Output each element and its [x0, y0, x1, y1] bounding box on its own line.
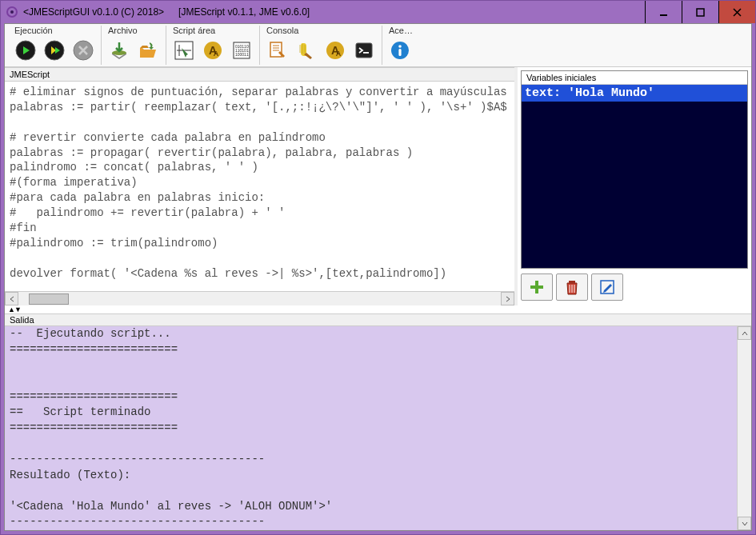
toolgroup-label: Archivo [106, 26, 161, 37]
toolgroup-ejecucion: Ejecución [8, 26, 102, 65]
toolgroup-archivo: Archivo [102, 26, 166, 65]
toolgroup-acerca: Ace… [382, 26, 418, 65]
app-icon [6, 6, 18, 18]
toolgroup-label: Consola [265, 26, 377, 37]
svg-text:A: A [214, 50, 219, 58]
about-button[interactable] [387, 38, 413, 63]
script-editor[interactable] [5, 82, 514, 291]
variables-pane-title: Variables iniciales [522, 71, 747, 85]
add-variable-button[interactable] [521, 273, 553, 301]
svg-rect-24 [398, 49, 401, 56]
clear-output-button[interactable] [294, 38, 319, 63]
svg-rect-27 [569, 281, 575, 283]
window-title-1: <JMEScriptGUI v0.1.0 (C) 2018> [23, 6, 164, 18]
main-window: <JMEScriptGUI v0.1.0 (C) 2018> [JMEScrip… [0, 0, 756, 535]
maximize-button[interactable] [682, 1, 718, 23]
stop-button[interactable] [70, 38, 96, 63]
save-button[interactable] [106, 38, 132, 63]
svg-text:A: A [336, 50, 342, 58]
toolgroup-label: Script área [171, 26, 254, 37]
svg-rect-16 [270, 42, 282, 57]
svg-rect-26 [530, 285, 543, 289]
svg-rect-3 [697, 9, 704, 16]
output-vscroll[interactable] [737, 326, 751, 530]
scroll-up-icon[interactable] [738, 326, 751, 340]
delete-variable-button[interactable] [556, 273, 588, 301]
toolgroup-consola: Consola AA [260, 26, 382, 65]
close-button[interactable] [718, 1, 755, 23]
toolbar: Ejecución Archivo Script área AA [5, 24, 751, 67]
svg-rect-20 [356, 43, 372, 58]
output-pane: Salida -- Ejecutando script... =========… [5, 313, 751, 530]
svg-text:100011: 100011 [235, 52, 249, 57]
titlebar[interactable]: <JMEScriptGUI v0.1.0 (C) 2018> [JMEScrip… [1, 1, 755, 23]
binary-view-button[interactable]: 010110110101100011 [229, 38, 254, 63]
script-pane: JMEScript [5, 67, 514, 305]
variables-pane: Variables iniciales text: 'Hola Mundo' [514, 67, 751, 305]
output-pane-title: Salida [5, 314, 751, 326]
window-controls [645, 1, 755, 23]
middle-area: JMEScript Variables iniciales text: 'Hol… [5, 67, 751, 305]
script-hscroll[interactable] [5, 291, 514, 305]
svg-rect-2 [660, 14, 667, 16]
run-button[interactable] [13, 38, 38, 63]
client-area: Ejecución Archivo Script área AA [4, 23, 752, 531]
open-button[interactable] [135, 38, 161, 63]
svg-rect-21 [363, 52, 369, 54]
toolgroup-label: Ejecución [13, 26, 96, 37]
scroll-down-icon[interactable] [738, 517, 751, 530]
minimize-button[interactable] [645, 1, 682, 23]
output-console[interactable]: -- Ejecutando script... ================… [5, 326, 737, 530]
edit-variable-button[interactable] [591, 273, 623, 301]
script-pane-title: JMEScript [5, 67, 514, 82]
toolgroup-script-area: Script área AA 010110110101100011 [166, 26, 260, 65]
font-script-button[interactable]: AA [200, 38, 226, 63]
cursor-position-button[interactable] [171, 38, 197, 63]
font-console-button[interactable]: AA [322, 38, 348, 63]
scroll-right-icon[interactable] [501, 292, 514, 305]
scroll-thumb[interactable] [29, 293, 69, 305]
toolgroup-label: Ace… [387, 26, 413, 37]
window-title-2: [JMEScript v0.1.1, JME v0.6.0] [178, 6, 310, 18]
copy-output-button[interactable] [265, 38, 290, 63]
variable-row[interactable]: text: 'Hola Mundo' [522, 85, 747, 102]
run-step-button[interactable] [42, 38, 67, 63]
svg-point-23 [398, 46, 402, 49]
scroll-left-icon[interactable] [5, 292, 18, 305]
svg-point-1 [10, 10, 14, 14]
variables-list[interactable]: text: 'Hola Mundo' [522, 85, 747, 268]
splitter-handle[interactable]: ▲▼ [5, 305, 751, 313]
terminal-button[interactable] [351, 38, 377, 63]
